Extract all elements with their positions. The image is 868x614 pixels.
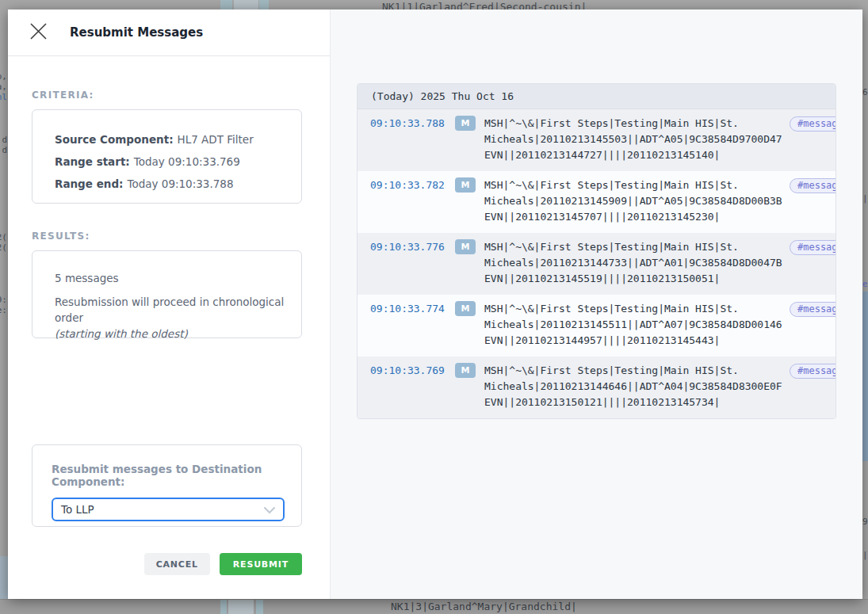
criteria-field-label: Source Component: <box>55 133 174 146</box>
dialog-title: Resubmit Messages <box>70 25 203 40</box>
background-scrollbar-fragment <box>256 600 263 614</box>
criteria-field-label: Range start: <box>55 155 130 168</box>
message-content: MSH|^~\&|First Steps|Testing|Main HIS|St… <box>484 116 790 163</box>
background-text-fragment: d <box>2 135 7 145</box>
message-line: Micheals|20110213144733||ADT^A01|9C38584… <box>484 255 790 271</box>
message-line: EVN||20110213144957||||20110213145443| <box>484 333 790 349</box>
results-order-note: (starting with the oldest) <box>55 326 287 341</box>
message-line: Micheals|20110213145511||ADT^A07|9C38584… <box>484 317 790 333</box>
background-text-fragment: d <box>2 145 7 155</box>
background-hl7-text: NK1|1|Garland^Fred|Second-cousin| <box>382 1 587 10</box>
dialog-button-row: CANCEL RESUBMIT <box>32 553 302 575</box>
resubmit-messages-dialog: Resubmit Messages CRITERIA: Source Compo… <box>8 10 862 599</box>
message-type-badge: M <box>455 116 476 131</box>
message-type-badge: M <box>455 177 476 193</box>
dialog-header: Resubmit Messages <box>8 10 330 56</box>
dialog-left-body: CRITERIA: Source Component:HL7 ADT Filte… <box>8 56 330 575</box>
message-line: MSH|^~\&|First Steps|Testing|Main HIS|St… <box>484 116 790 132</box>
criteria-field-label: Range end: <box>55 177 123 190</box>
background-scrollbar-fragment <box>259 0 269 10</box>
message-row[interactable]: 09:10:33.782 M MSH|^~\&|First Steps|Test… <box>358 171 835 233</box>
criteria-box: Source Component:HL7 ADT Filter Range st… <box>32 109 302 204</box>
date-header: (Today) 2025 Thu Oct 16 <box>358 84 835 109</box>
background-text-fragment: 2( <box>0 242 7 253</box>
cancel-button[interactable]: CANCEL <box>144 553 210 575</box>
background-text-fragment: e <box>862 279 868 289</box>
message-line: EVN||20110213145707||||20110213145230| <box>484 209 790 225</box>
message-content: MSH|^~\&|First Steps|Testing|Main HIS|St… <box>484 239 790 287</box>
criteria-field-value: Today 09:10:33.788 <box>127 177 233 190</box>
message-row[interactable]: 09:10:33.788 M MSH|^~\&|First Steps|Test… <box>358 109 835 171</box>
background-text-fragment: o, <box>0 71 7 82</box>
message-timestamp: 09:10:33.774 <box>370 301 445 349</box>
destination-select-value: To LLP <box>61 503 264 516</box>
message-type-badge: M <box>455 239 476 254</box>
background-text-fragment: 2( <box>0 232 7 242</box>
message-timestamp: 09:10:33.776 <box>370 239 445 287</box>
message-line: Micheals|20110213144646||ADT^A04|9C38584… <box>484 379 790 395</box>
criteria-section-label: CRITERIA: <box>32 90 302 101</box>
close-icon <box>29 22 48 43</box>
criteria-range-end: Range end:Today 09:10:33.788 <box>55 173 293 195</box>
message-tag[interactable]: #message <box>790 116 836 132</box>
criteria-range-start: Range start:Today 09:10:33.769 <box>55 151 293 173</box>
dialog-left-pane: Resubmit Messages CRITERIA: Source Compo… <box>8 10 331 599</box>
close-button[interactable] <box>28 22 48 43</box>
message-tag[interactable]: #message <box>790 364 836 379</box>
message-content: MSH|^~\&|First Steps|Testing|Main HIS|St… <box>484 177 790 225</box>
message-line: Micheals|20110213145909||ADT^A05|9C38584… <box>484 193 790 209</box>
destination-label: Resubmit messages to Destination Compone… <box>52 463 282 488</box>
background-scrollbar-fragment <box>228 600 254 614</box>
message-type-badge: M <box>455 301 476 316</box>
background-text-fragment: | <box>862 193 868 204</box>
message-line: MSH|^~\&|First Steps|Testing|Main HIS|St… <box>484 177 790 193</box>
criteria-field-value: Today 09:10:33.769 <box>134 155 240 168</box>
criteria-field-value: HL7 ADT Filter <box>178 133 254 146</box>
message-list: (Today) 2025 Thu Oct 16 09:10:33.788 M M… <box>357 83 836 419</box>
message-line: MSH|^~\&|First Steps|Testing|Main HIS|St… <box>484 301 790 317</box>
message-timestamp: 09:10:33.782 <box>370 177 445 225</box>
message-content: MSH|^~\&|First Steps|Testing|Main HIS|St… <box>484 301 790 349</box>
background-text-fragment: a, <box>0 82 7 92</box>
results-count: 5 messages <box>55 269 287 287</box>
destination-select[interactable]: To LLP <box>52 498 285 521</box>
message-line: MSH|^~\&|First Steps|Testing|Main HIS|St… <box>484 239 790 255</box>
message-row[interactable]: 09:10:33.776 M MSH|^~\&|First Steps|Test… <box>358 233 835 295</box>
background-fragment <box>0 556 8 599</box>
resubmit-button[interactable]: RESUBMIT <box>220 553 302 575</box>
message-line: MSH|^~\&|First Steps|Testing|Main HIS|St… <box>484 363 790 379</box>
message-line: EVN||20110213145519||||20110213150051| <box>484 271 790 287</box>
background-text-fragment: 9 <box>862 517 868 527</box>
message-line: EVN||20110213150121||||20110213145734| <box>484 395 790 410</box>
criteria-source-component: Source Component:HL7 ADT Filter <box>55 128 293 151</box>
message-type-badge: M <box>455 363 476 378</box>
message-tag[interactable]: #message <box>790 178 836 193</box>
background-right-strip: 6|e9| <box>862 10 868 599</box>
background-scrollbar-fragment <box>220 0 232 10</box>
message-line: Micheals|20110213145503||ADT^A05|9C38584… <box>484 132 790 147</box>
background-top-strip: NK1|1|Garland^Fred|Second-cousin| <box>0 0 868 10</box>
message-tag[interactable]: #message <box>790 240 836 255</box>
chevron-down-icon <box>264 502 275 517</box>
dialog-right-pane: (Today) 2025 Thu Oct 16 09:10:33.788 M M… <box>331 10 862 599</box>
message-timestamp: 09:10:33.788 <box>370 116 445 163</box>
message-timestamp: 09:10:33.769 <box>370 363 445 410</box>
background-bottom-strip: NK1|3|Garland^Mary|Grandchild| <box>0 599 868 614</box>
background-text-fragment: | <box>862 550 868 560</box>
message-tag[interactable]: #message <box>790 302 836 317</box>
results-order-text: Resubmission will proceed in chronologic… <box>55 294 287 326</box>
background-text-fragment: e: <box>0 305 7 315</box>
destination-box: Resubmit messages to Destination Compone… <box>32 444 302 527</box>
background-scrollbar-fragment <box>234 0 258 10</box>
background-text-fragment: 9: <box>0 295 7 305</box>
results-section-label: RESULTS: <box>32 231 302 242</box>
message-row[interactable]: 09:10:33.774 M MSH|^~\&|First Steps|Test… <box>358 295 835 357</box>
message-row[interactable]: 09:10:33.769 M MSH|^~\&|First Steps|Test… <box>358 357 835 418</box>
background-text-fragment: nl <box>0 92 7 102</box>
background-left-strip: o,a,nldd2(2(9:e: <box>0 10 8 599</box>
message-content: MSH|^~\&|First Steps|Testing|Main HIS|St… <box>484 363 790 410</box>
results-box: 5 messages Resubmission will proceed in … <box>32 250 302 338</box>
background-fragment <box>862 292 868 461</box>
message-line: EVN||20110213144727||||20110213145140| <box>484 147 790 163</box>
background-text-fragment: 6 <box>862 87 868 97</box>
